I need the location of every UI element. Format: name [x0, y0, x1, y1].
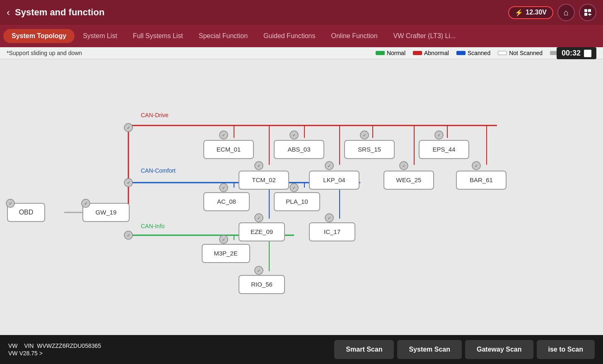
legend-not-scanned: Not Scanned	[498, 50, 543, 56]
svg-text:✓: ✓	[475, 164, 478, 168]
abnormal-dot	[413, 51, 422, 55]
svg-text:✓: ✓	[402, 164, 405, 168]
not-scanned-label: Not Scanned	[509, 50, 543, 56]
svg-rect-4	[588, 14, 591, 15]
voltage-badge: ⚡ 12.30V	[508, 6, 553, 19]
svg-text:CAN-Comfort: CAN-Comfort	[141, 167, 176, 174]
svg-text:LKP_04: LKP_04	[323, 176, 345, 183]
svg-text:✓: ✓	[328, 164, 331, 168]
legend-normal: Normal	[376, 50, 405, 56]
tab-full-systems-list[interactable]: Full Systems List	[125, 29, 191, 43]
voltage-value: 12.30V	[526, 9, 547, 16]
timer-value: 00:32	[562, 49, 581, 58]
svg-text:✓: ✓	[437, 133, 441, 137]
svg-text:✓: ✓	[257, 164, 260, 168]
tab-vw-crafter[interactable]: VW Crafter (LT3) Li...	[386, 29, 463, 43]
svg-text:✓: ✓	[222, 237, 225, 242]
svg-text:✓: ✓	[127, 233, 130, 238]
vin-value: WVWZZZ6RZDU058365	[37, 342, 101, 349]
svg-text:GW_19: GW_19	[96, 209, 117, 216]
legend-abnormal: Abnormal	[413, 50, 449, 56]
svg-text:✓: ✓	[127, 125, 130, 130]
svg-text:✓: ✓	[292, 186, 296, 190]
header-right: ⚡ 12.30V ⌂	[508, 4, 596, 21]
bottom-buttons: Smart Scan System Scan Gateway Scan ise …	[334, 340, 595, 359]
timer-box: 00:32	[557, 47, 596, 59]
tab-bar: System Topology System List Full Systems…	[0, 25, 603, 47]
svg-text:IC_17: IC_17	[324, 228, 340, 235]
system-scan-button[interactable]: System Scan	[397, 340, 462, 359]
svg-text:OBD: OBD	[19, 209, 34, 216]
svg-text:WEG_25: WEG_25	[396, 176, 422, 183]
svg-text:TCM_02: TCM_02	[252, 176, 276, 183]
svg-text:CAN-Info: CAN-Info	[141, 223, 165, 229]
svg-text:SRS_15: SRS_15	[358, 146, 381, 153]
scanned-dot	[456, 51, 466, 55]
svg-text:✓: ✓	[292, 133, 296, 137]
legend-bar: *Support sliding up and down Normal Abno…	[0, 47, 603, 59]
svg-text:✓: ✓	[9, 201, 12, 206]
svg-text:M3P_2E: M3P_2E	[214, 250, 238, 257]
tab-special-function[interactable]: Special Function	[191, 29, 255, 43]
svg-text:✓: ✓	[363, 133, 366, 137]
vin-info: VW VIN WVWZZZ6RZDU058365 VW V28.75 >	[8, 342, 334, 357]
tab-guided-functions[interactable]: Guided Functions	[256, 29, 323, 43]
tab-online-function[interactable]: Online Function	[323, 29, 385, 43]
smart-scan-button[interactable]: Smart Scan	[334, 340, 394, 359]
svg-text:✓: ✓	[257, 216, 260, 220]
svg-text:EPS_44: EPS_44	[432, 146, 455, 153]
svg-text:BAR_61: BAR_61	[470, 176, 493, 183]
back-button[interactable]: ‹	[7, 7, 10, 18]
svg-text:✓: ✓	[84, 201, 88, 206]
svg-rect-1	[588, 9, 591, 12]
gateway-scan-button[interactable]: Gateway Scan	[465, 340, 533, 359]
svg-text:CAN-Drive: CAN-Drive	[141, 112, 169, 118]
home-button[interactable]: ⌂	[557, 4, 575, 21]
lightning-icon: ⚡	[515, 9, 523, 17]
timer-stop-button[interactable]	[584, 50, 591, 57]
svg-text:✓: ✓	[222, 186, 225, 190]
make-label: VW	[8, 342, 18, 349]
bottom-bar: VW VIN WVWZZZ6RZDU058365 VW V28.75 > Sma…	[0, 335, 603, 364]
svg-text:AC_08: AC_08	[217, 198, 236, 205]
svg-text:✓: ✓	[328, 216, 331, 220]
svg-text:✓: ✓	[257, 268, 260, 273]
header: ‹ System and function ⚡ 12.30V ⌂	[0, 0, 603, 25]
svg-text:EZE_09: EZE_09	[251, 228, 273, 235]
normal-dot	[376, 51, 385, 55]
svg-text:✓: ✓	[127, 180, 130, 185]
vin-line1: VW VIN WVWZZZ6RZDU058365	[8, 342, 334, 349]
header-title: System and function	[15, 7, 508, 18]
svg-rect-2	[584, 13, 587, 16]
tab-system-topology[interactable]: System Topology	[3, 29, 75, 43]
svg-text:ECM_01: ECM_01	[217, 146, 241, 153]
svg-text:✓: ✓	[222, 133, 225, 137]
version-line: VW V28.75 >	[8, 350, 334, 357]
svg-text:RIO_56: RIO_56	[251, 281, 273, 288]
legend-scanned: Scanned	[456, 50, 490, 56]
exit-button[interactable]	[579, 4, 596, 21]
topology-area: ✓ ✓ ✓	[0, 59, 603, 332]
svg-rect-0	[584, 9, 587, 12]
topology-svg: ✓ ✓ ✓	[0, 59, 603, 332]
tab-system-list[interactable]: System List	[75, 29, 125, 43]
abnormal-label: Abnormal	[424, 50, 449, 56]
not-scanned-dot	[498, 51, 507, 55]
scanned-label: Scanned	[468, 50, 490, 56]
svg-text:PLA_10: PLA_10	[286, 198, 308, 205]
vin-label: VIN	[24, 342, 34, 349]
support-text: *Support sliding up and down	[7, 50, 368, 56]
wise-scan-button[interactable]: ise to Scan	[537, 340, 595, 359]
normal-label: Normal	[387, 50, 405, 56]
svg-text:ABS_03: ABS_03	[287, 146, 310, 153]
